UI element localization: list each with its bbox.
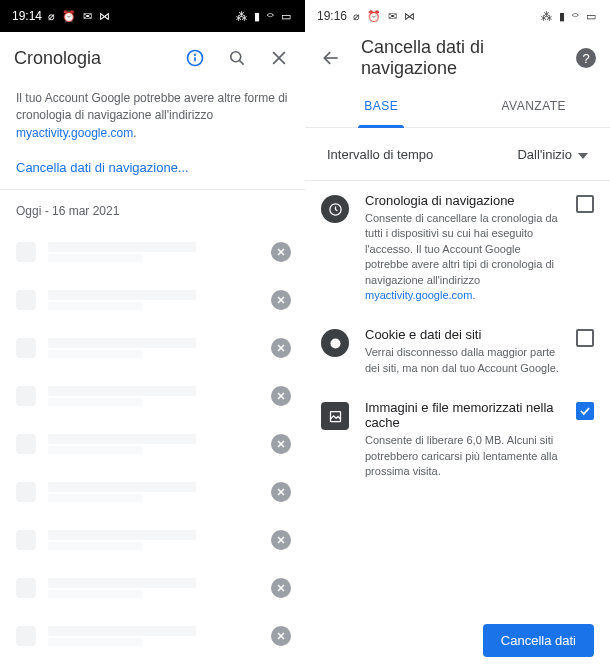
history-item[interactable] (0, 516, 305, 564)
status-bar: 19:14 ⌀ ⏰ ✉ ⋈ ⁂ ▮ ⌔ ▭ (0, 0, 305, 32)
history-item[interactable] (0, 276, 305, 324)
time-range-label: Intervallo di tempo (327, 147, 433, 162)
checkbox[interactable] (576, 195, 594, 213)
header: Cronologia (0, 32, 305, 84)
option-desc: Verrai disconnesso dalla maggior parte d… (365, 345, 560, 376)
close-icon[interactable] (267, 46, 291, 70)
option-desc: Consente di cancellare la cronologia da … (365, 211, 560, 303)
clear-browsing-data-link[interactable]: Cancella dati di navigazione... (0, 154, 305, 189)
svg-point-29 (330, 338, 340, 348)
option-title: Cronologia di navigazione (365, 193, 560, 208)
history-item[interactable] (0, 324, 305, 372)
status-right-icons: ⁂ ▮ ⌔ ▭ (541, 10, 598, 23)
history-list (0, 228, 305, 671)
account-description: Il tuo Account Google potrebbe avere alt… (0, 84, 305, 154)
favicon-placeholder (16, 578, 36, 598)
tab-base[interactable]: BASE (305, 84, 458, 127)
delete-entry-icon[interactable] (271, 338, 291, 358)
checkbox-checked[interactable] (576, 402, 594, 420)
delete-entry-icon[interactable] (271, 290, 291, 310)
history-item[interactable] (0, 660, 305, 671)
chevron-down-icon (578, 147, 588, 162)
favicon-placeholder (16, 482, 36, 502)
history-icon (321, 195, 349, 223)
page-title: Cancella dati di navigazione (361, 37, 558, 79)
delete-entry-icon[interactable] (271, 578, 291, 598)
status-bar: 19:16 ⌀ ⏰ ✉ ⋈ ⁂ ▮ ⌔ ▭ (305, 0, 610, 32)
status-left-icons: ⌀ ⏰ ✉ ⋈ (353, 10, 417, 23)
time-range-row: Intervallo di tempo Dall'inizio (305, 128, 610, 180)
checkbox[interactable] (576, 329, 594, 347)
option-cookies[interactable]: Cookie e dati dei siti Verrai disconness… (305, 315, 610, 388)
favicon-placeholder (16, 530, 36, 550)
desc-text: Il tuo Account Google potrebbe avere alt… (16, 91, 288, 122)
cookie-icon (321, 329, 349, 357)
option-browsing-history[interactable]: Cronologia di navigazione Consente di ca… (305, 181, 610, 315)
history-item[interactable] (0, 420, 305, 468)
svg-line-4 (240, 61, 244, 65)
back-icon[interactable] (319, 46, 343, 70)
myactivity-link[interactable]: myactivity.google.com (16, 126, 133, 140)
svg-point-3 (231, 52, 241, 62)
history-item[interactable] (0, 372, 305, 420)
option-cached-images[interactable]: Immagini e file memorizzati nella cache … (305, 388, 610, 491)
delete-entry-icon[interactable] (271, 434, 291, 454)
history-item[interactable] (0, 468, 305, 516)
delete-entry-icon[interactable] (271, 242, 291, 262)
delete-entry-icon[interactable] (271, 530, 291, 550)
status-right-icons: ⁂ ▮ ⌔ ▭ (236, 10, 293, 23)
info-icon[interactable] (183, 46, 207, 70)
status-time: 19:16 (317, 9, 347, 23)
date-header: Oggi - 16 mar 2021 (0, 190, 305, 228)
time-range-value: Dall'inizio (517, 147, 572, 162)
option-desc: Consente di liberare 6,0 MB. Alcuni siti… (365, 433, 560, 479)
svg-rect-30 (330, 411, 340, 421)
favicon-placeholder (16, 386, 36, 406)
phone-right: 19:16 ⌀ ⏰ ✉ ⋈ ⁂ ▮ ⌔ ▭ Cancella dati di n… (305, 0, 610, 671)
favicon-placeholder (16, 626, 36, 646)
tab-advanced[interactable]: AVANZATE (458, 84, 611, 127)
history-item[interactable] (0, 228, 305, 276)
header: Cancella dati di navigazione ? (305, 32, 610, 84)
status-time: 19:14 (12, 9, 42, 23)
favicon-placeholder (16, 338, 36, 358)
page-title: Cronologia (14, 48, 165, 69)
favicon-placeholder (16, 290, 36, 310)
history-item[interactable] (0, 612, 305, 660)
option-title: Immagini e file memorizzati nella cache (365, 400, 560, 430)
phone-left: 19:14 ⌀ ⏰ ✉ ⋈ ⁂ ▮ ⌔ ▭ Cronologia Il tuo … (0, 0, 305, 671)
time-range-select[interactable]: Dall'inizio (517, 147, 588, 162)
favicon-placeholder (16, 434, 36, 454)
option-title: Cookie e dati dei siti (365, 327, 560, 342)
delete-entry-icon[interactable] (271, 386, 291, 406)
clear-data-button[interactable]: Cancella dati (483, 624, 594, 657)
help-icon[interactable]: ? (576, 48, 596, 68)
footer: Cancella dati (305, 610, 610, 671)
delete-entry-icon[interactable] (271, 482, 291, 502)
tabs: BASE AVANZATE (305, 84, 610, 128)
status-left-icons: ⌀ ⏰ ✉ ⋈ (48, 10, 112, 23)
search-icon[interactable] (225, 46, 249, 70)
favicon-placeholder (16, 242, 36, 262)
svg-point-2 (195, 54, 196, 55)
myactivity-link[interactable]: myactivity.google.com (365, 289, 472, 301)
history-item[interactable] (0, 564, 305, 612)
image-icon (321, 402, 349, 430)
delete-entry-icon[interactable] (271, 626, 291, 646)
